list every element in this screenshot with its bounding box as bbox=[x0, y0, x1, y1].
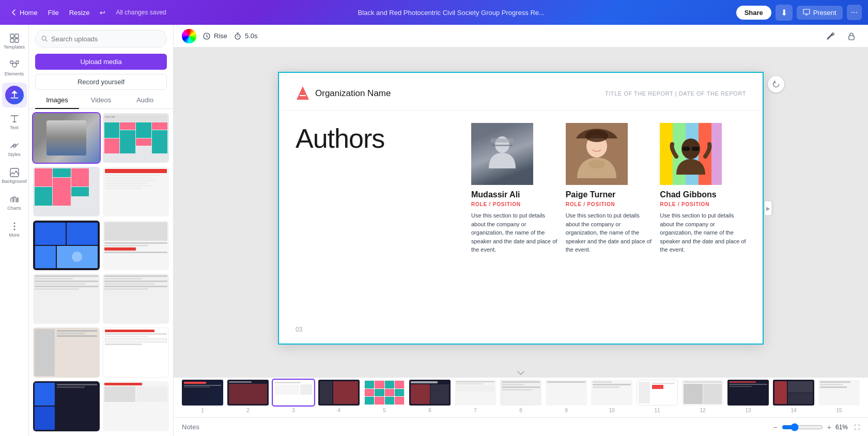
film-slide-4[interactable]: 4 bbox=[318, 380, 360, 413]
report-title: TITLE OF THE REPORT | DATE OF THE REPORT bbox=[605, 90, 746, 97]
expand-panel-btn[interactable] bbox=[174, 369, 868, 377]
duration-label: 5.0s bbox=[245, 32, 258, 40]
film-slide-3[interactable]: 3 bbox=[273, 380, 314, 413]
list-item[interactable]: ··· bbox=[33, 113, 100, 163]
sidebar-item-background[interactable]: Background bbox=[2, 163, 27, 188]
film-slide-10[interactable]: 10 bbox=[591, 380, 632, 413]
sidebar-more-label: More bbox=[9, 232, 20, 238]
list-item[interactable] bbox=[33, 221, 100, 270]
film-thumb-8 bbox=[500, 380, 541, 406]
film-slide-6[interactable]: 6 bbox=[409, 380, 451, 413]
sidebar-templates-label: Templates bbox=[4, 44, 25, 50]
film-thumb-4 bbox=[318, 380, 360, 406]
upload-media-button[interactable]: Upload media bbox=[35, 54, 167, 70]
film-slide-7[interactable]: 7 bbox=[455, 380, 496, 413]
sidebar-styles-label: Styles bbox=[8, 152, 21, 157]
list-item[interactable] bbox=[33, 381, 100, 431]
sidebar-item-styles[interactable]: Styles bbox=[2, 136, 27, 161]
sidebar-item-more[interactable]: More bbox=[2, 217, 27, 242]
refresh-icon bbox=[772, 80, 780, 88]
notes-label[interactable]: Notes bbox=[182, 423, 199, 431]
more-options-button[interactable]: ··· bbox=[847, 5, 862, 20]
file-button[interactable]: File bbox=[44, 7, 63, 19]
svg-point-11 bbox=[13, 226, 15, 227]
timer-button[interactable]: 5.0s bbox=[234, 32, 258, 40]
svg-rect-0 bbox=[803, 9, 810, 14]
list-item[interactable] bbox=[33, 328, 100, 377]
sidebar-item-templates[interactable]: Templates bbox=[2, 29, 27, 54]
svg-rect-6 bbox=[10, 61, 13, 64]
back-button[interactable]: Home bbox=[6, 7, 42, 19]
expand-view-button[interactable]: ⛶ bbox=[854, 424, 860, 430]
animation-button[interactable]: Rise bbox=[203, 32, 227, 40]
film-slide-8[interactable]: 8 bbox=[500, 380, 541, 413]
list-item[interactable] bbox=[103, 167, 169, 216]
topbar: Home File Resize ↩ All changes saved Bla… bbox=[0, 0, 868, 25]
zoom-slider[interactable] bbox=[782, 423, 823, 431]
refresh-button[interactable] bbox=[768, 76, 784, 92]
list-item[interactable] bbox=[103, 381, 169, 431]
present-button[interactable]: Present bbox=[797, 6, 843, 20]
download-button[interactable]: ⬇ bbox=[776, 5, 793, 21]
svg-rect-1 bbox=[10, 34, 14, 38]
film-slide-5[interactable]: 5 bbox=[364, 380, 405, 413]
list-item[interactable]: chart title bbox=[103, 113, 169, 163]
upload-circle-icon bbox=[5, 86, 24, 104]
zoom-out-button[interactable]: − bbox=[773, 423, 778, 431]
zoom-in-button[interactable]: + bbox=[827, 423, 831, 431]
author-photo-2 bbox=[566, 123, 628, 185]
film-slide-13[interactable]: 13 bbox=[727, 380, 769, 413]
tab-images[interactable]: Images bbox=[35, 92, 79, 109]
canvas-toolbar: Rise 5.0s bbox=[174, 25, 868, 48]
sidebar-icons: Templates Elements Text Styles Backgroun… bbox=[0, 25, 29, 436]
film-thumb-2 bbox=[227, 380, 269, 406]
film-slide-1[interactable]: 1 bbox=[182, 380, 223, 413]
resize-button[interactable]: Resize bbox=[65, 7, 94, 19]
svg-point-10 bbox=[13, 223, 15, 224]
record-yourself-button[interactable]: Record yourself bbox=[35, 74, 167, 90]
magic-wand-button[interactable] bbox=[823, 28, 839, 44]
film-slide-9[interactable]: 9 bbox=[546, 380, 587, 413]
author-name-3: Chad Gibbons bbox=[660, 190, 746, 199]
list-item[interactable] bbox=[103, 274, 169, 323]
author-card-1: Mudassir Ali ROLE / POSITION Use this se… bbox=[471, 123, 557, 254]
film-num-15: 15 bbox=[836, 408, 842, 413]
org-name: Organization Name bbox=[315, 88, 391, 99]
film-slide-14[interactable]: 14 bbox=[773, 380, 814, 413]
lock-button[interactable] bbox=[843, 28, 860, 44]
film-slide-12[interactable]: 12 bbox=[682, 380, 723, 413]
sidebar-item-text[interactable]: Text bbox=[2, 110, 27, 134]
color-wheel[interactable] bbox=[182, 29, 196, 43]
slide-header: Organization Name TITLE OF THE REPORT | … bbox=[279, 73, 763, 111]
film-thumb-13 bbox=[727, 380, 769, 406]
autosave-status: All changes saved bbox=[116, 9, 166, 16]
film-num-5: 5 bbox=[383, 408, 386, 413]
author-desc-2: Use this section to put details about th… bbox=[566, 211, 652, 254]
sidebar-item-elements[interactable]: Elements bbox=[2, 56, 27, 81]
search-area bbox=[29, 25, 173, 52]
svg-rect-19 bbox=[492, 145, 513, 146]
main-area: Templates Elements Text Styles Backgroun… bbox=[0, 25, 868, 436]
filmstrip-scroll[interactable]: 1 2 bbox=[174, 378, 868, 417]
panel-collapse-btn[interactable]: ▶ bbox=[765, 201, 772, 215]
film-slide-15[interactable]: 15 bbox=[818, 380, 860, 413]
list-item[interactable] bbox=[33, 167, 100, 216]
sidebar-item-charts[interactable]: Charts bbox=[2, 190, 27, 215]
film-num-8: 8 bbox=[519, 408, 522, 413]
search-input[interactable] bbox=[51, 35, 161, 43]
film-num-13: 13 bbox=[745, 408, 751, 413]
canvas-area: Rise 5.0s bbox=[174, 25, 868, 436]
tab-audio[interactable]: Audio bbox=[123, 92, 167, 109]
canvas-scroll[interactable]: Organization Name TITLE OF THE REPORT | … bbox=[174, 48, 868, 369]
sidebar-item-upload[interactable] bbox=[2, 83, 27, 107]
share-button[interactable]: Share bbox=[736, 6, 771, 20]
tab-videos[interactable]: Videos bbox=[79, 92, 123, 109]
person-silhouette-1 bbox=[487, 133, 518, 175]
film-thumb-7 bbox=[455, 380, 496, 406]
list-item[interactable] bbox=[103, 328, 169, 377]
undo-button[interactable]: ↩ bbox=[96, 7, 110, 19]
list-item[interactable] bbox=[103, 221, 169, 270]
film-slide-2[interactable]: 2 bbox=[227, 380, 269, 413]
film-slide-11[interactable]: 11 bbox=[637, 380, 678, 413]
list-item[interactable] bbox=[33, 274, 100, 323]
